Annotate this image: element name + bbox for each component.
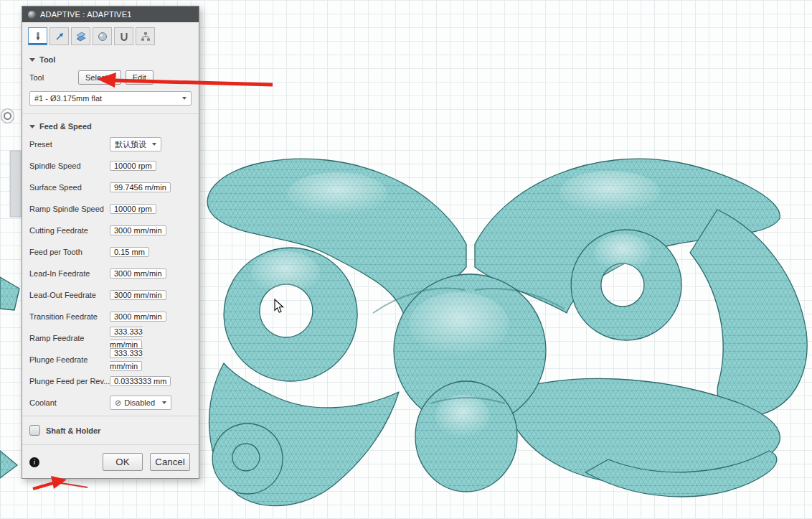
ramp-spindle-speed-input[interactable]: 10000 rpm bbox=[110, 204, 156, 214]
pattern-icon bbox=[140, 31, 151, 42]
divider bbox=[22, 416, 199, 416]
adaptive-operation-icon bbox=[28, 11, 36, 19]
chevron-down-icon bbox=[162, 401, 166, 404]
feed-per-tooth-input[interactable]: 0.15 mm bbox=[110, 247, 149, 257]
preset-dropdown[interactable]: 默认预设 bbox=[110, 137, 161, 151]
tab-tool[interactable] bbox=[28, 27, 47, 45]
field-label: Transition Feedrate bbox=[29, 312, 110, 321]
collapse-triangle-icon bbox=[29, 58, 35, 62]
divider bbox=[22, 444, 199, 445]
field-row: Ramp Feedrate 333.333 mm/min bbox=[22, 327, 199, 349]
field-row: Cutting Feedrate 3000 mm/min bbox=[22, 220, 199, 241]
tool-dropdown[interactable]: #1 - Ø3.175mm flat bbox=[29, 91, 192, 106]
chevron-down-icon bbox=[152, 143, 156, 146]
ok-button[interactable]: OK bbox=[103, 453, 143, 471]
dialog-title: ADAPTIVE : ADAPTIVE1 bbox=[40, 10, 132, 19]
field-label: Plunge Feed per Rev... bbox=[29, 377, 110, 385]
tool-section-header[interactable]: Tool bbox=[22, 50, 199, 67]
tool-dropdown-value: #1 - Ø3.175mm flat bbox=[34, 94, 102, 103]
field-row: Spindle Speed 10000 rpm bbox=[22, 155, 199, 177]
stock-sliver bbox=[10, 151, 21, 217]
tab-linking[interactable] bbox=[114, 27, 133, 45]
coolant-dropdown[interactable]: ⊘ Disabled bbox=[110, 396, 171, 410]
field-label: Lead-In Feedrate bbox=[29, 269, 110, 278]
field-row: Lead-In Feedrate 3000 mm/min bbox=[22, 263, 199, 284]
tab-pattern[interactable] bbox=[136, 27, 155, 45]
lead-in-feedrate-input[interactable]: 3000 mm/min bbox=[110, 268, 166, 279]
field-row: Surface Speed 99.7456 m/min bbox=[22, 177, 199, 198]
chevron-down-icon bbox=[182, 97, 187, 100]
field-label: Plunge Feedrate bbox=[29, 355, 110, 364]
tool-label: Tool bbox=[29, 73, 74, 82]
shaft-holder-title: Shaft & Holder bbox=[46, 426, 100, 435]
field-label: Ramp Feedrate bbox=[29, 334, 110, 342]
coolant-row: Coolant ⊘ Disabled bbox=[22, 392, 199, 413]
feed-speed-section-header[interactable]: Feed & Speed bbox=[22, 116, 199, 134]
field-row: Plunge Feedrate 333.333 mm/min bbox=[22, 349, 199, 370]
field-row: Ramp Spindle Speed 10000 rpm bbox=[22, 198, 199, 220]
preset-row: Preset 默认预设 bbox=[22, 134, 199, 155]
tab-geometry[interactable] bbox=[49, 27, 69, 45]
toggle-dot-icon bbox=[4, 112, 11, 120]
heights-icon bbox=[75, 31, 87, 42]
surface-speed-input[interactable]: 99.7456 m/min bbox=[110, 182, 171, 192]
field-label: Surface Speed bbox=[29, 183, 110, 192]
tab-passes[interactable] bbox=[93, 27, 112, 45]
passes-icon bbox=[97, 31, 108, 42]
preset-value: 默认预设 bbox=[115, 139, 146, 150]
lead-out-feedrate-input[interactable]: 3000 mm/min bbox=[110, 290, 166, 300]
spindle-speed-input[interactable]: 10000 rpm bbox=[110, 161, 156, 171]
dialog-footer: i OK Cancel bbox=[22, 447, 199, 478]
tool-icon bbox=[32, 31, 44, 42]
field-row: Plunge Feed per Rev... 0.0333333 mm bbox=[22, 370, 199, 392]
shaft-holder-icon bbox=[29, 425, 40, 436]
coolant-value: Disabled bbox=[124, 398, 155, 407]
tool-row: Tool Select... Edit bbox=[22, 67, 199, 86]
info-icon[interactable]: i bbox=[29, 457, 39, 467]
geometry-icon bbox=[54, 31, 65, 42]
field-label: Ramp Spindle Speed bbox=[29, 205, 110, 213]
disabled-icon: ⊘ bbox=[115, 398, 121, 408]
feed-speed-section-title: Feed & Speed bbox=[39, 122, 92, 131]
browser-toggle[interactable] bbox=[1, 108, 14, 123]
coolant-label: Coolant bbox=[29, 398, 110, 407]
preset-label: Preset bbox=[29, 140, 110, 149]
tool-edit-button[interactable]: Edit bbox=[126, 70, 154, 85]
tab-heights[interactable] bbox=[71, 27, 90, 45]
field-label: Cutting Feedrate bbox=[29, 226, 110, 235]
field-label: Spindle Speed bbox=[29, 162, 110, 170]
divider bbox=[22, 113, 199, 114]
field-row: Transition Feedrate 3000 mm/min bbox=[22, 306, 199, 327]
dialog-tabs bbox=[22, 22, 199, 50]
field-label: Lead-Out Feedrate bbox=[29, 291, 110, 299]
transition-feedrate-input[interactable]: 3000 mm/min bbox=[110, 312, 166, 322]
collapse-triangle-icon bbox=[29, 125, 35, 128]
cutting-feedrate-input[interactable]: 3000 mm/min bbox=[110, 225, 166, 235]
shaft-holder-section-header[interactable]: Shaft & Holder bbox=[22, 419, 199, 442]
tool-section-title: Tool bbox=[39, 55, 55, 64]
tool-select-button[interactable]: Select... bbox=[78, 70, 121, 85]
cancel-button[interactable]: Cancel bbox=[150, 453, 190, 471]
field-label: Feed per Tooth bbox=[29, 248, 110, 256]
adaptive-dialog: ADAPTIVE : ADAPTIVE1 bbox=[22, 6, 199, 479]
plunge-feedrate-input[interactable]: 333.333 mm/min bbox=[110, 348, 143, 371]
mouse-cursor bbox=[275, 299, 283, 312]
field-row: Feed per Tooth 0.15 mm bbox=[22, 241, 199, 263]
field-row: Lead-Out Feedrate 3000 mm/min bbox=[22, 284, 199, 306]
linking-icon bbox=[118, 31, 130, 42]
dialog-titlebar[interactable]: ADAPTIVE : ADAPTIVE1 bbox=[22, 6, 199, 22]
plunge-feed-per-rev-input[interactable]: 0.0333333 mm bbox=[110, 376, 171, 386]
